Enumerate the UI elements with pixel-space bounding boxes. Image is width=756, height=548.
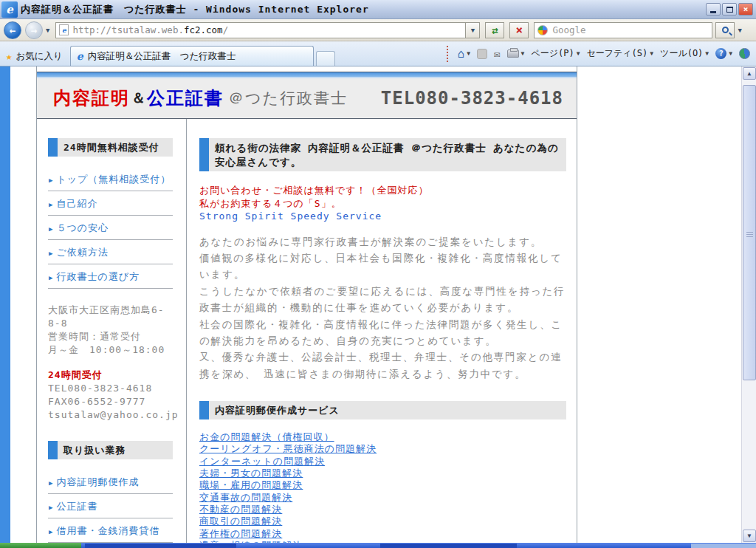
- sidebar-item-label: 公正証書: [56, 501, 97, 512]
- search-button[interactable]: [715, 22, 735, 38]
- left-blue-band: [0, 66, 10, 543]
- maximize-button[interactable]: [722, 3, 737, 16]
- favorites-label: お気に入り: [16, 50, 62, 63]
- link-workplace[interactable]: 職場・雇用の問題解決: [199, 479, 566, 491]
- magnifier-icon: [722, 27, 729, 33]
- search-input[interactable]: Google: [534, 22, 712, 38]
- paragraph: 又、優秀な弁護士、公認会計士、税理士、弁理士、その他専門家との連携を深め、 迅速…: [199, 349, 566, 382]
- home-button[interactable]: ⌂▼: [458, 47, 470, 61]
- sidebar-item-loan-docs[interactable]: ▶借用書・金銭消費貸借: [48, 518, 173, 543]
- chevron-down-icon: ▼: [467, 50, 470, 57]
- print-button[interactable]: ▼: [507, 49, 525, 58]
- url-dropdown-button[interactable]: ▼: [466, 22, 480, 38]
- command-bar: ⌂▼ ✉ ▼ ページ(P)▼ セーフティ(S)▼ ツール(O)▼ ?▼: [447, 41, 756, 66]
- url-suffix: /: [223, 24, 229, 35]
- sidebar-item-label: 内容証明郵便作成: [56, 476, 139, 487]
- sidebar-item-profile[interactable]: ▶自己紹介: [48, 191, 173, 216]
- page-container: 内容証明 ＆ 公正証書 ＠つた行政書士 TEL080-3823-4618 24時…: [36, 66, 577, 543]
- office-info: 大阪市大正区南恩加島6-8-8 営業時間：通常受付 月～金 10:00～18:0…: [48, 304, 173, 357]
- mail-button[interactable]: ✉: [494, 48, 500, 60]
- close-button[interactable]: ×: [738, 3, 753, 16]
- site-title-red: 内容証明: [53, 86, 130, 110]
- search-dropdown[interactable]: ▼: [735, 27, 744, 34]
- link-commerce[interactable]: 商取引の問題解決: [199, 516, 566, 527]
- tab-bar: ★ お気に入り e 内容証明＆公正証書 つた行政書士 ⌂▼ ✉ ▼ ページ(P)…: [0, 41, 756, 66]
- sidebar-nav-services: ▶内容証明郵便作成 ▶公正証書 ▶借用書・金銭消費貸借 ▶損害賠償・慰謝料請求 …: [48, 470, 173, 543]
- taskbar-button[interactable]: [380, 544, 517, 548]
- sidebar-item-how-to-request[interactable]: ▶ご依頼方法: [48, 240, 173, 264]
- intro-paragraphs: あなたのお悩みに専門家行政書士が解決案のご提案をいたします。 価値観の多様化に対…: [199, 233, 566, 383]
- link-money-problems[interactable]: お金の問題解決（債権回収）: [199, 431, 566, 443]
- link-couples[interactable]: 夫婦・男女の問題解決: [199, 467, 566, 479]
- new-tab-button[interactable]: [316, 51, 335, 66]
- header-title-area: 内容証明 ＆ 公正証書 ＠つた行政書士 TEL080-3823-4618: [37, 78, 577, 118]
- chevron-down-icon: ▼: [577, 50, 580, 57]
- help-menu[interactable]: ?▼: [715, 48, 732, 59]
- feeds-button[interactable]: [477, 49, 487, 59]
- address-bar: ← → ▼ e http://tsutalaw.web.fc2.com/ ▼ ⇄…: [0, 19, 756, 41]
- sidebar-item-label: ５つの安心: [56, 222, 109, 233]
- link-internet[interactable]: インターネットの問題解決: [199, 456, 566, 467]
- favorites-button[interactable]: ★ お気に入り: [0, 47, 70, 66]
- contact-info: 24時間受付 TEL080-3823-4618 FAX06-6552-9777 …: [48, 369, 173, 422]
- scroll-up-button[interactable]: ▲: [743, 67, 756, 80]
- system-tray: [691, 544, 756, 548]
- addon-button[interactable]: [739, 48, 750, 59]
- vertical-scrollbar[interactable]: ▲ ▼: [741, 66, 756, 543]
- ie-tab-icon: e: [77, 50, 83, 62]
- history-dropdown[interactable]: ▼: [43, 27, 52, 34]
- scroll-down-button[interactable]: ▼: [743, 530, 756, 542]
- chevron-down-icon: ▼: [650, 50, 653, 57]
- sidebar-item-five-assurances[interactable]: ▶５つの安心: [48, 216, 173, 240]
- window-title: 内容証明＆公正証書 つた行政書士 - Windows Internet Expl…: [21, 3, 369, 16]
- link-real-estate[interactable]: 不動産の問題解決: [199, 504, 566, 516]
- scrollbar-thumb[interactable]: [743, 85, 756, 380]
- tab-active[interactable]: e 内容証明＆公正証書 つた行政書士: [70, 46, 314, 66]
- sidebar-item-naiyoshomei[interactable]: ▶内容証明郵便作成: [48, 470, 173, 494]
- link-cooling-off[interactable]: クーリングオフ・悪徳商法の問題解決: [199, 443, 566, 455]
- site-title-rest: ＠つた行政書士: [228, 88, 348, 109]
- link-copyright[interactable]: 著作権の問題解決: [199, 528, 566, 540]
- rss-icon: [477, 49, 487, 59]
- back-button[interactable]: ←: [4, 21, 21, 39]
- url-domain: fc2.com: [184, 24, 223, 35]
- sidebar-item-koseishosho[interactable]: ▶公正証書: [48, 494, 173, 518]
- intro-heading: 頼れる街の法律家 内容証明＆公正証書 ＠つた行政書士 あなたの為の安心屋さんです…: [199, 138, 566, 171]
- windows-taskbar[interactable]: [0, 543, 756, 548]
- tools-menu-label: ツール(O): [660, 47, 703, 60]
- chevron-down-icon: ▼: [521, 50, 525, 57]
- sidebar-item-top[interactable]: ▶トップ（無料相談受付）: [48, 167, 173, 191]
- contact-email: tsutalaw@yahoo.co.jp: [48, 408, 173, 422]
- start-button[interactable]: [0, 543, 81, 548]
- ie-logo-icon: e: [1, 1, 18, 18]
- title-bar: e 内容証明＆公正証書 つた行政書士 - Windows Internet Ex…: [0, 0, 756, 19]
- minimize-button[interactable]: [706, 3, 721, 16]
- home-icon: ⌂: [458, 47, 465, 61]
- arrow-right-icon: ▶: [49, 274, 53, 281]
- stop-button[interactable]: ×: [509, 22, 529, 38]
- safety-menu[interactable]: セーフティ(S)▼: [586, 47, 653, 60]
- scrollbar-gripper: [746, 232, 753, 233]
- url-input[interactable]: e http://tsutalaw.web.fc2.com/: [55, 22, 466, 38]
- addon-icon: [739, 48, 750, 59]
- help-icon: ?: [715, 48, 726, 59]
- mail-icon: ✉: [494, 48, 500, 60]
- service-heading: 内容証明郵便作成サービス: [199, 401, 566, 419]
- arrow-right-icon: ▶: [49, 250, 53, 257]
- sidebar-item-label: トップ（無料相談受付）: [56, 174, 171, 185]
- sidebar-item-how-to-choose[interactable]: ▶行政書士の選び方: [48, 264, 173, 289]
- refresh-button[interactable]: ⇄: [485, 22, 504, 38]
- forward-button[interactable]: →: [25, 21, 43, 39]
- taskbar-button[interactable]: [85, 544, 236, 548]
- page-menu[interactable]: ページ(P)▼: [531, 47, 580, 60]
- sidebar-item-label: 行政書士の選び方: [56, 271, 140, 282]
- sidebar-heading-services: 取り扱い業務: [48, 441, 173, 459]
- service-link-list: お金の問題解決（債権回収） クーリングオフ・悪徳商法の問題解決 インターネットの…: [199, 431, 566, 543]
- tools-menu[interactable]: ツール(O)▼: [660, 47, 709, 60]
- sidebar: 24時間無料相談受付 ▶トップ（無料相談受付） ▶自己紹介 ▶５つの安心 ▶ご依…: [37, 119, 187, 543]
- page-menu-label: ページ(P): [531, 47, 574, 60]
- star-icon: ★: [6, 50, 12, 62]
- header-blue-bar: [37, 72, 577, 78]
- link-traffic-accident[interactable]: 交通事故の問題解決: [199, 492, 566, 504]
- notice-line-2: 私がお約束する４つの「S」。: [199, 197, 566, 210]
